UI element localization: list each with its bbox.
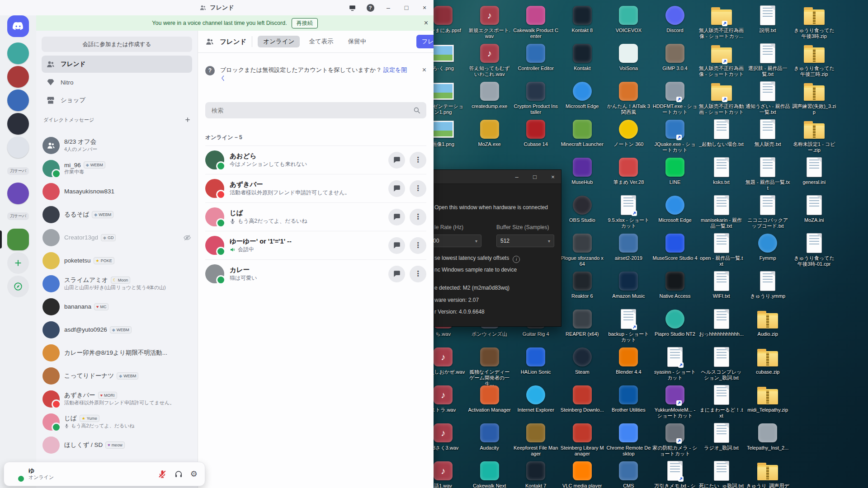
desktop-icon[interactable]: GIMP 3.0.4 [652, 42, 698, 71]
more-options-button[interactable]: ⋮ [410, 180, 426, 197]
dm-list-item[interactable]: Masayukisnow831 [39, 180, 195, 203]
dm-list-item[interactable]: asdf@yuto0926◆WEBM [39, 318, 195, 341]
desktop-icon[interactable]: JQuake.exe - ショートカット [652, 118, 698, 153]
headphones-icon[interactable] [174, 469, 183, 479]
desktop-icon[interactable]: Steinberg Library Manager [559, 422, 605, 457]
desktop-icon[interactable]: 通知うざい - 親作品一覧.txt [745, 80, 791, 115]
dm-list-item[interactable]: あずきバー♥MORI活動者様以外原則フレンド申請許可してません。 [39, 387, 195, 410]
monitor-icon[interactable] [343, 0, 361, 15]
desktop-icon[interactable]: Reaktor 6 [559, 270, 605, 299]
desktop-icon[interactable]: ヘルスコンプレッション_歌詞.txt [698, 346, 745, 381]
desktop-icon[interactable]: 調声練習(失敗)_3.zip [791, 80, 837, 115]
desktop-icon[interactable]: Internet Explorer [513, 384, 559, 413]
desktop-icon[interactable]: cubase.zip [745, 346, 791, 375]
dm-list-item[interactable]: mi_96◆WEBM作業中毒 [39, 157, 195, 180]
message-button[interactable] [388, 180, 405, 197]
desktop-icon[interactable]: Chrome Remote Desktop [605, 422, 651, 457]
add-friend-button[interactable]: フレ [416, 35, 434, 48]
desktop-icon[interactable]: REAPER (x64) [559, 308, 605, 337]
sidebar-item-ショップ[interactable]: ショップ [42, 92, 192, 109]
desktop-icon[interactable]: VoiSona [605, 42, 651, 71]
desktop-icon[interactable]: manisekarin - 親作品一覧.txt [698, 194, 745, 229]
desktop-icon[interactable]: Kontakt 7 [513, 460, 559, 488]
desktop-icon[interactable]: まにまわーるど！.txt [698, 384, 745, 419]
dm-list-item[interactable]: るるそば◆WEBM [39, 203, 195, 226]
dm-list-item[interactable]: こってりドーナツ◆WEBM [39, 364, 195, 387]
tab-保留中[interactable]: 保留中 [343, 36, 372, 47]
friend-row[interactable]: あずきバー活動者様以外原則フレンド申請許可してません。⋮ [205, 174, 426, 202]
desktop-icon[interactable]: backup - ショートカット [605, 308, 651, 343]
info-icon[interactable]: i [513, 256, 520, 263]
desktop-icon[interactable]: Kontakt [559, 42, 605, 71]
message-button[interactable] [388, 209, 405, 225]
desktop-icon[interactable]: Microsoft Edge [559, 80, 605, 109]
add-server-button[interactable] [7, 252, 29, 274]
server-icon[interactable] [7, 136, 29, 158]
sidebar-item-nitro[interactable]: Nitro [42, 74, 192, 91]
hint-close-icon[interactable]: × [422, 66, 426, 74]
friend-search[interactable] [205, 102, 426, 118]
avatar[interactable] [9, 466, 24, 482]
minimize-icon[interactable]: – [513, 174, 520, 180]
desktop-icon[interactable]: airset2-2019 [605, 232, 651, 261]
minimize-icon[interactable]: – [379, 0, 397, 15]
desktop-icon[interactable]: 説明.txt [745, 5, 791, 33]
desktop-icon[interactable]: 家の防犯カメラ - ショートカット [652, 422, 698, 457]
desktop-icon[interactable]: Telepathy_Inst_2... [745, 422, 791, 451]
explore-servers-button[interactable] [7, 276, 29, 297]
message-button[interactable] [388, 152, 405, 169]
open-on-connect-checkbox-label[interactable]: Open this window when hardware is connec… [434, 204, 556, 211]
desktop-icon[interactable]: Piapro Studio NT2 [652, 308, 698, 337]
desktop-icon[interactable]: 無人販売不正行為画像 - ショートカット [698, 42, 745, 77]
desktop-icon[interactable]: VOICEVOX [605, 5, 651, 33]
discord-titlebar[interactable]: フレンド ? – □ × [0, 0, 434, 16]
desktop-icon[interactable]: きゅうり.ymmp [745, 270, 791, 299]
help-icon[interactable]: ? [361, 0, 379, 15]
desktop-icon[interactable]: 孤独なインディーゲーム開発者の一生... [467, 346, 513, 387]
desktop-icon[interactable]: ニコニコバックアップコード.txt [745, 194, 791, 229]
buffer-size-dropdown[interactable]: 512▾ [496, 235, 554, 247]
desktop-icon[interactable]: ノートン 360 [605, 118, 651, 147]
desktop-icon[interactable]: Controller Editor [513, 42, 559, 71]
reconnect-button[interactable]: 再接続 [292, 18, 318, 28]
desktop-icon[interactable]: MoZA.exe [467, 118, 513, 147]
dm-list-item[interactable]: ほしくず / SD♥meow [39, 433, 195, 456]
desktop-icon[interactable]: Microsoft Edge [652, 194, 698, 223]
desktop-icon[interactable]: VLC media player [559, 460, 605, 488]
dm-list-item[interactable]: poketetsu★POKE [39, 249, 195, 272]
server-icon[interactable] [7, 66, 29, 88]
latency-offset-checkbox-label[interactable]: se lowest latency safety offsetsi [434, 255, 556, 263]
desktop-icon[interactable]: Cakewalk Next [467, 460, 513, 488]
mic-muted-icon[interactable] [158, 469, 167, 479]
maximize-icon[interactable]: □ [397, 0, 415, 15]
server-icon[interactable] [7, 113, 29, 135]
desktop-icon[interactable]: きゅうり食ってた午後3時.zip [791, 5, 837, 39]
dm-list-item[interactable]: カレー卯丼@8/19より期限不明活動... [39, 341, 195, 364]
friend-row[interactable]: あおどら今はメンションしても来れない⋮ [205, 145, 426, 174]
desktop-icon[interactable]: 選択肢 - 親作品一覧.txt [745, 42, 791, 77]
desktop-icon[interactable]: ♪答え知ってもむずいわこれ.wav [467, 42, 513, 77]
desktop-icon[interactable]: きゅうり食ってた午後三時.zip [791, 42, 837, 77]
desktop-icon[interactable]: Steinberg Downlo... [559, 384, 605, 413]
desktop-icon[interactable]: CMS [605, 460, 651, 488]
friend-row[interactable]: カレー猫は可愛い⋮ [205, 259, 426, 288]
desktop-icon[interactable]: midi_Telepathy.zip [745, 384, 791, 413]
desktop-icon[interactable]: HALion Sonic [513, 346, 559, 375]
dm-list-item[interactable]: Creator13gd◆GD [39, 226, 195, 249]
tab-オンライン[interactable]: オンライン [258, 36, 300, 47]
more-options-button[interactable]: ⋮ [410, 209, 426, 225]
desktop-icon[interactable]: ♪新規エクスポート.wav [467, 5, 513, 39]
server-icon[interactable] [7, 42, 29, 64]
desktop-icon[interactable]: Discord [652, 5, 698, 33]
dm-list-item[interactable]: bananana♥MC [39, 295, 195, 318]
more-options-button[interactable]: ⋮ [410, 237, 426, 254]
desktop-icon[interactable]: 無人販売不正行為動画 - ショートカット [698, 80, 745, 115]
desktop-icon[interactable]: Activation Manager [467, 384, 513, 413]
desktop-icon[interactable]: きゅうり食ってた午後3時-01.cpr [791, 232, 837, 267]
desktop-icon[interactable]: Native Access [652, 270, 698, 299]
desktop-icon[interactable]: Cakewalk Product Center [513, 5, 559, 39]
desktop-icon[interactable]: open - 親作品一覧.txt [698, 232, 745, 267]
sidebar-item-フレンド[interactable]: フレンド [42, 56, 192, 73]
eye-off-icon[interactable] [183, 234, 191, 242]
desktop-icon[interactable]: general.ini [791, 156, 837, 185]
